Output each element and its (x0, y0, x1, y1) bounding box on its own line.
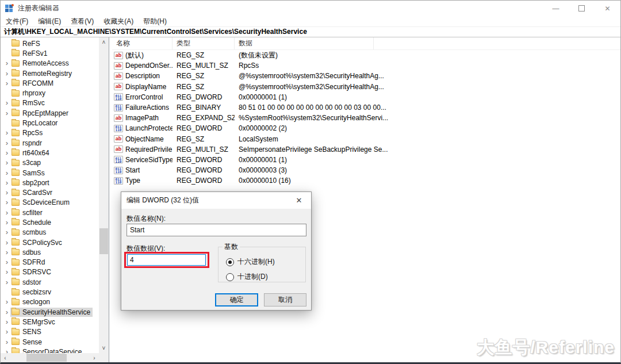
tree-item-ScDeviceEnum[interactable]: ›ScDeviceEnum (1, 198, 99, 208)
tree-item-content[interactable]: Sense (10, 338, 44, 347)
tree-item-content[interactable]: SDFRd (10, 258, 47, 267)
value-name-cell[interactable]: 011110Type (112, 177, 172, 185)
column-header-type[interactable]: 类型 (172, 37, 235, 49)
tree-item-RFCOMM[interactable]: ›RFCOMM (1, 78, 99, 88)
value-row-RequiredPrivile[interactable]: abRequiredPrivile...REG_MULTI_SZSeImpers… (112, 144, 620, 155)
tree-item-content[interactable]: SCardSvr (10, 188, 55, 197)
value-name-cell[interactable]: abDescription (112, 72, 172, 80)
tree-item-SecurityHealthService[interactable]: ›SecurityHealthService (1, 307, 99, 317)
vertical-scroll-thumb[interactable] (99, 228, 108, 254)
value-row-[interactable]: ab(默认)REG_SZ(数值未设置) (112, 50, 620, 60)
tree-item-Sense[interactable]: ›Sense (1, 337, 99, 347)
tree-item-content[interactable]: Schedule (10, 218, 53, 227)
tree-item-rspndr[interactable]: ›rspndr (1, 138, 99, 148)
radio-selected-icon[interactable] (226, 258, 234, 266)
tree-item-content[interactable]: ReFS (10, 39, 43, 48)
cancel-button[interactable]: 取消 (264, 293, 306, 306)
tree-item-content[interactable]: SecurityHealthService (10, 308, 93, 317)
tree-item-content[interactable]: RFCOMM (10, 79, 56, 88)
value-name-cell[interactable]: abObjectName (112, 135, 172, 143)
value-row-Type[interactable]: 011110TypeREG_DWORD0x00000010 (16) (112, 175, 620, 186)
tree-item-Schedule[interactable]: ›Schedule (1, 217, 99, 227)
value-name-field[interactable]: Start (126, 224, 306, 236)
value-row-FailureActions[interactable]: 011110FailureActionsREG_BINARY80 51 01 0… (112, 102, 620, 113)
value-name-cell[interactable]: ab(默认) (112, 51, 172, 60)
column-header-data[interactable]: 数据 (235, 37, 374, 49)
tree-item-content[interactable]: s3cap (10, 158, 43, 167)
tree-item-content[interactable]: RpcEptMapper (10, 109, 71, 118)
chevron-right-icon[interactable]: › (3, 240, 10, 246)
chevron-right-icon[interactable]: › (3, 299, 10, 305)
tree-item-content[interactable]: SensorDataService (10, 347, 84, 353)
radio-unselected-icon[interactable] (226, 273, 234, 281)
tree-item-sdstor[interactable]: ›sdstor (1, 277, 99, 287)
tree-item-content[interactable]: SamSs (10, 168, 47, 178)
menu-item[interactable]: 帮助(H) (143, 17, 167, 26)
address-bar[interactable]: 计算机\HKEY_LOCAL_MACHINE\SYSTEM\CurrentCon… (1, 27, 620, 37)
tree-item-content[interactable]: RpcSs (10, 128, 45, 137)
chevron-right-icon[interactable]: › (3, 319, 10, 325)
value-row-DependOnSer[interactable]: abDependOnSer...REG_MULTI_SZRpcSs (112, 60, 620, 71)
tree-item-content[interactable]: SENS (10, 327, 44, 336)
tree-item-rt640x64[interactable]: ›rt640x64 (1, 148, 99, 158)
tree-item-content[interactable]: sdbus (10, 248, 43, 257)
tree-item-content[interactable]: sdstor (10, 278, 44, 287)
tree-item-SDFRd[interactable]: ›SDFRd (1, 258, 99, 267)
column-header-name[interactable]: 名称 (112, 37, 172, 49)
value-row-ImagePath[interactable]: abImagePathREG_EXPAND_SZ%SystemRoot%\sys… (112, 113, 620, 123)
tree-item-SCardSvr[interactable]: ›SCardSvr (1, 187, 99, 197)
chevron-right-icon[interactable]: › (3, 60, 10, 66)
tree-vertical-scrollbar[interactable]: ˄ ˅ (99, 37, 109, 353)
menu-item[interactable]: 查看(V) (71, 17, 94, 26)
menu-item[interactable]: 编辑(E) (38, 17, 61, 26)
value-name-cell[interactable]: abDependOnSer... (112, 62, 172, 70)
minimize-button[interactable]: — (543, 1, 569, 16)
tree-item-content[interactable]: SDRSVC (10, 267, 53, 277)
chevron-right-icon[interactable]: › (3, 200, 10, 205)
chevron-right-icon[interactable]: › (3, 130, 10, 136)
tree-item-ReFSv1[interactable]: ReFSv1 (1, 48, 99, 58)
tree-item-SEMgrSvc[interactable]: ›SEMgrSvc (1, 317, 99, 327)
value-name-cell[interactable]: 011110Start (112, 166, 172, 174)
tree-item-SamSs[interactable]: ›SamSs (1, 168, 99, 178)
scroll-up-icon[interactable]: ˄ (99, 37, 109, 47)
tree-item-s3cap[interactable]: ›s3cap (1, 158, 99, 168)
tree-item-RemoteAccess[interactable]: ›RemoteAccess (1, 59, 99, 68)
value-row-Description[interactable]: abDescriptionREG_SZ@%systemroot%\system3… (112, 71, 620, 81)
chevron-right-icon[interactable]: › (3, 329, 10, 335)
scroll-down-icon[interactable]: ˅ (99, 343, 109, 353)
close-button[interactable]: ✕ (595, 1, 620, 16)
value-name-cell[interactable]: abImagePath (112, 114, 172, 122)
tree-item-RpcEptMapper[interactable]: ›RpcEptMapper (1, 108, 99, 118)
tree-horizontal-scrollbar[interactable]: ‹ › (1, 353, 99, 362)
chevron-right-icon[interactable]: › (3, 81, 10, 86)
menu-item[interactable]: 文件(F) (6, 17, 28, 26)
tree-item-content[interactable]: scfilter (10, 208, 45, 217)
chevron-right-icon[interactable]: › (3, 190, 10, 196)
tree-item-ReFS[interactable]: ReFS (1, 39, 99, 48)
value-row-ErrorControl[interactable]: 011110ErrorControlREG_DWORD0x00000001 (1… (112, 92, 620, 102)
tree-item-content[interactable]: rhproxy (10, 89, 48, 98)
chevron-right-icon[interactable]: › (3, 259, 10, 265)
tree-item-sdbus[interactable]: ›sdbus (1, 247, 99, 257)
tree-item-content[interactable]: RmSvc (10, 98, 47, 108)
tree-item-seclogon[interactable]: ›seclogon (1, 297, 99, 307)
tree-item-SENS[interactable]: ›SENS (1, 327, 99, 337)
tree-item-content[interactable]: RemoteAccess (10, 59, 71, 68)
menu-item[interactable]: 收藏夹(A) (103, 17, 133, 26)
chevron-right-icon[interactable]: › (3, 180, 10, 186)
tree-item-content[interactable]: rt640x64 (10, 148, 52, 158)
chevron-right-icon[interactable]: › (3, 71, 10, 76)
value-name-cell[interactable]: 011110ServiceSidType (112, 156, 172, 164)
maximize-button[interactable] (569, 1, 595, 16)
tree-item-RpcLocator[interactable]: RpcLocator (1, 118, 99, 128)
tree-item-RmSvc[interactable]: ›RmSvc (1, 98, 99, 108)
tree-item-rhproxy[interactable]: rhproxy (1, 88, 99, 98)
chevron-right-icon[interactable]: › (3, 309, 10, 315)
value-name-cell[interactable]: abRequiredPrivile... (112, 145, 172, 154)
radio-hexadecimal[interactable]: 十六进制(H) (226, 257, 275, 267)
tree-item-content[interactable]: sbp2port (10, 178, 52, 187)
tree-item-sbp2port[interactable]: ›sbp2port (1, 178, 99, 187)
dialog-close-icon[interactable]: ✕ (287, 192, 311, 209)
scroll-right-icon[interactable]: › (90, 353, 99, 362)
